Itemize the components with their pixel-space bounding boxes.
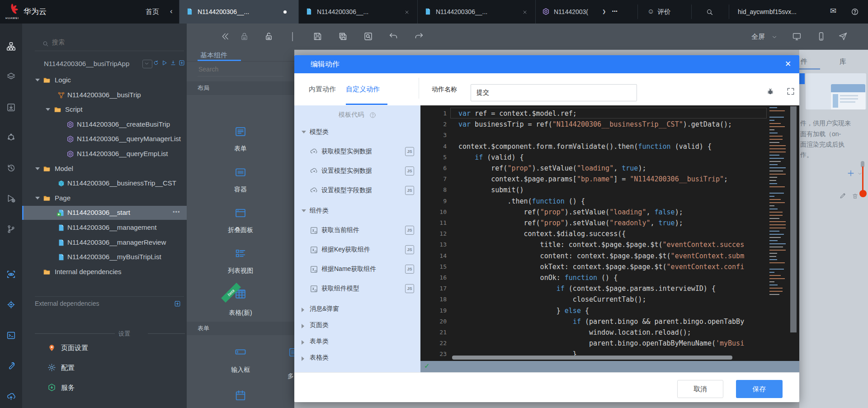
settings-item-3[interactable]: 服务: [22, 380, 187, 396]
tree-item-internal-dependencies[interactable]: Internal dependencies: [22, 265, 187, 279]
close-icon[interactable]: ✕: [779, 55, 797, 73]
wrench-icon[interactable]: [6, 361, 16, 372]
palette-item-表格(新)[interactable]: 表格(新)beta: [214, 286, 267, 322]
template-item-1-1[interactable]: 根据Key获取组件JS: [294, 244, 420, 256]
debug-icon[interactable]: [766, 87, 775, 96]
horizontal-scrollbar-thumb[interactable]: [452, 356, 732, 360]
target-icon[interactable]: [6, 300, 16, 311]
code-editor[interactable]: 1var ref = context.$model.ref;2var busin…: [420, 105, 799, 361]
top-tab-3[interactable]: N11442003(❯•••: [535, 0, 632, 24]
tree-item-page[interactable]: Page: [22, 191, 187, 205]
help-icon[interactable]: [851, 8, 859, 16]
settings-item-1[interactable]: 页面设置: [22, 341, 187, 356]
top-tab-2[interactable]: N1144200306__...: [417, 0, 535, 24]
palette-search-input[interactable]: [198, 65, 285, 73]
sitemap-icon[interactable]: [6, 42, 16, 52]
top-tab-1[interactable]: N1144200306__...: [298, 0, 417, 24]
search-icon[interactable]: [706, 8, 713, 16]
feedback-link[interactable]: 评价: [657, 0, 671, 24]
template-group-4[interactable]: 表单类: [294, 337, 420, 347]
close-icon[interactable]: [404, 9, 410, 16]
add-dependency-button[interactable]: [174, 300, 181, 307]
gitbranch-icon[interactable]: [6, 224, 16, 235]
template-item-0-2[interactable]: 设置模型字段数据JS: [294, 185, 420, 197]
palette-item-折叠面板[interactable]: 折叠面板: [214, 205, 267, 241]
lock-button[interactable]: [240, 32, 249, 43]
username[interactable]: hid_aycwmbf15svx...: [738, 0, 797, 24]
eyescan-icon[interactable]: [6, 270, 16, 280]
history-icon[interactable]: [6, 163, 16, 174]
tabs-back-chevron[interactable]: ‹: [170, 0, 173, 23]
unlock-button[interactable]: [264, 32, 274, 43]
tree-item-n1144200306-queryemplist[interactable]: N1144200306__queryEmpList: [22, 147, 187, 161]
monitor-button[interactable]: [792, 32, 802, 43]
template-item-1-3[interactable]: 获取组件模型JS: [294, 283, 420, 295]
palette-item-输入框[interactable]: 输入框: [214, 344, 267, 380]
tree-item-n1144200306-busitrip[interactable]: N1144200306__busiTrip: [22, 88, 187, 102]
phone-button[interactable]: [816, 32, 826, 43]
save-button[interactable]: 保存: [736, 380, 783, 398]
tree-item-n1144200306-managerreview[interactable]: N1144200306__managerReview: [22, 236, 187, 250]
tab-components[interactable]: 件: [801, 57, 807, 66]
home-link[interactable]: 首页: [146, 0, 159, 24]
delete-icon[interactable]: [852, 193, 859, 199]
action-name-input[interactable]: [471, 84, 637, 101]
close-icon[interactable]: [522, 9, 528, 16]
send-button[interactable]: [838, 32, 848, 43]
tree-item-n1144200306-mybusitriplist[interactable]: N1144200306__myBusiTripList: [22, 250, 187, 264]
template-group-0[interactable]: 模型类: [294, 127, 420, 138]
add-icon[interactable]: [846, 169, 855, 178]
template-item-0-1[interactable]: 设置模型实例数据JS: [294, 166, 420, 177]
template-item-1-2[interactable]: 根据Name获取组件JS: [294, 264, 420, 275]
terminal-icon[interactable]: [6, 331, 16, 342]
template-group-3[interactable]: 页面类: [294, 320, 420, 331]
template-item-0-0[interactable]: 获取模型实例数据JS: [294, 146, 420, 158]
refresh-icon[interactable]: [153, 60, 159, 67]
tree-item-n1144200306-querymanagerlist[interactable]: N1144200306__queryManagerList: [22, 132, 187, 146]
tree-item-n1144200306-createbusitrip[interactable]: N1144200306__createBusiTrip: [22, 118, 187, 132]
undo-button[interactable]: [389, 32, 398, 43]
template-group-2[interactable]: 消息&弹窗: [294, 304, 420, 315]
edit-icon[interactable]: [839, 192, 847, 199]
cloudup-icon[interactable]: [6, 392, 16, 403]
tree-item-script[interactable]: Script: [22, 103, 187, 117]
redo-button[interactable]: [414, 32, 424, 43]
palette-item-表单[interactable]: 表单: [214, 123, 267, 160]
help-circle-icon[interactable]: [369, 112, 376, 119]
palette-item-列表视图[interactable]: 列表视图: [214, 246, 267, 282]
template-group-5[interactable]: 表格类: [294, 353, 420, 364]
saveall-button[interactable]: [338, 32, 348, 43]
app-dropdown[interactable]: [142, 60, 152, 68]
tab-builtin-actions[interactable]: 内置动作: [309, 85, 336, 94]
save-button[interactable]: [313, 32, 322, 43]
tab-basic-components[interactable]: 基本组件: [200, 50, 227, 61]
chevron-down-icon[interactable]: [771, 34, 778, 40]
explorer-search-input[interactable]: [51, 38, 179, 46]
template-item-1-0[interactable]: 获取当前组件JS: [294, 225, 420, 237]
cancel-button[interactable]: 取消: [677, 380, 723, 398]
findbox-button[interactable]: [363, 32, 373, 43]
app-name[interactable]: N1144200306__busiTripApp: [44, 60, 129, 67]
layers-icon[interactable]: [6, 72, 16, 83]
tab-overflow-chevron[interactable]: ❯: [602, 0, 606, 24]
component-thumbnail[interactable]: [806, 73, 866, 109]
hexnodes-icon[interactable]: [6, 133, 16, 144]
play-icon[interactable]: [161, 60, 168, 67]
palette-item-容器[interactable]: 容器: [214, 164, 267, 200]
minimap[interactable]: [769, 107, 788, 359]
fullscreen-label[interactable]: 全屏: [751, 24, 765, 50]
dblchevleft-button[interactable]: [221, 32, 230, 43]
more-icon[interactable]: •••: [173, 209, 180, 215]
tree-item-n1144200306-management[interactable]: N1144200306__management: [22, 221, 187, 235]
tab-library[interactable]: 库: [840, 57, 846, 66]
tab-custom-actions[interactable]: 自定义动作: [346, 85, 380, 94]
palette-item-calendar[interactable]: [214, 387, 267, 408]
tree-item-n1144200306-start[interactable]: N1144200306__start•••: [22, 206, 187, 220]
import-icon[interactable]: [6, 103, 16, 114]
tree-item-n1144200306-businesstrip-cst[interactable]: N1144200306__businessTrip__CST: [22, 176, 187, 190]
add-icon[interactable]: [179, 60, 185, 67]
tree-item-model[interactable]: Model: [22, 162, 187, 176]
settings-item-2[interactable]: 配置: [22, 361, 187, 376]
debugplay-icon[interactable]: [6, 194, 16, 204]
download-icon[interactable]: [170, 60, 176, 67]
